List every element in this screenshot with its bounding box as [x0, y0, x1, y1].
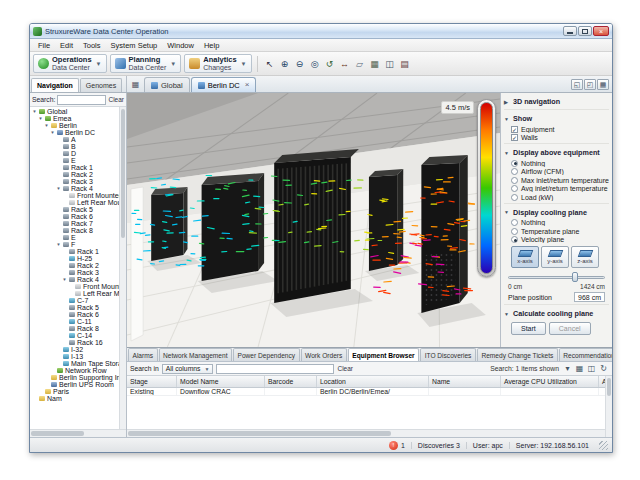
tab-network-management[interactable]: Network Management	[159, 348, 233, 361]
sidebar-tab-navigation[interactable]: Navigation	[31, 78, 79, 92]
radio-nothing[interactable]: Nothing	[504, 218, 609, 227]
zoom-out-tool-icon[interactable]: ⊖	[293, 57, 307, 71]
tree-item-rack-8[interactable]: Rack 8	[30, 227, 119, 234]
tree-item-berlin-supporting-infrastru[interactable]: Berlin Supporting Infrastru	[30, 374, 119, 381]
clear-search-button[interactable]: Clear	[108, 96, 124, 103]
perspective-analytics[interactable]: AnalyticsChanges▼	[184, 54, 251, 73]
tree-item-rack-3[interactable]: Rack 3	[30, 269, 119, 276]
radio-avg-inlet-return-temperature[interactable]: Avg inlet/return temperature	[504, 184, 609, 193]
tree-item-rack-1[interactable]: Rack 1	[30, 248, 119, 255]
maximize-editor-icon[interactable]: ◰	[584, 79, 596, 90]
tree-item-c-7[interactable]: C-7	[30, 297, 119, 304]
tree-item-berlin-dc[interactable]: ▼Berlin DC	[30, 129, 119, 136]
tree-item-i-32[interactable]: I-32	[30, 346, 119, 353]
slider-thumb[interactable]	[572, 272, 578, 282]
tree-item-i-13[interactable]: I-13	[30, 353, 119, 360]
refresh-icon[interactable]: ↻	[598, 363, 609, 374]
tree-item-rack-2[interactable]: Rack 2	[30, 171, 119, 178]
restore-layout-icon[interactable]: ◱	[571, 79, 583, 90]
table-search-input[interactable]	[216, 364, 334, 374]
cancel-button[interactable]: Cancel	[549, 322, 591, 335]
column-header-location[interactable]: Location	[317, 376, 429, 387]
plane-position-slider[interactable]	[508, 272, 605, 282]
tree-item-rack-2[interactable]: Rack 2	[30, 262, 119, 269]
start-button[interactable]: Start	[511, 322, 546, 335]
3d-viewport[interactable]: 4.5 m/s	[127, 93, 500, 347]
tree-item-front-mounted[interactable]: Front Mounted	[30, 283, 119, 290]
resize-grip[interactable]	[599, 441, 608, 450]
tree-item-b[interactable]: B	[30, 143, 119, 150]
view-menu-icon[interactable]: ▦	[129, 78, 142, 91]
layers-tool-icon[interactable]: ▱	[353, 57, 367, 71]
tree-item-rack-4[interactable]: ▼Rack 4	[30, 185, 119, 192]
tree-item-rack-6[interactable]: Rack 6	[30, 311, 119, 318]
sidebar-vscrollbar[interactable]	[119, 107, 126, 429]
layout-options-icon[interactable]: ▦	[597, 79, 609, 90]
tree-item-rack-6[interactable]: Rack 6	[30, 213, 119, 220]
z-axis-button[interactable]: z-axis	[571, 246, 599, 268]
menu-window[interactable]: Window	[163, 40, 198, 51]
tree-item-d[interactable]: D	[30, 150, 119, 157]
radio-load-kw[interactable]: Load (kW)	[504, 192, 609, 201]
tree-item-rack-1[interactable]: Rack 1	[30, 164, 119, 171]
tab-recommendation[interactable]: Recommendation	[559, 348, 612, 361]
table-row[interactable]: ExistingDownflow CRACBerlin DC/Berlin/Em…	[127, 388, 605, 396]
tree-item-f[interactable]: ▼F	[30, 241, 119, 248]
section-header-display-above[interactable]: ▼ Display above equipment	[504, 146, 609, 158]
menu-file[interactable]: File	[34, 40, 54, 51]
tab-work-orders[interactable]: Work Orders	[301, 348, 347, 361]
tree-item-rack-8[interactable]: Rack 8	[30, 325, 119, 332]
close-tab-icon[interactable]: ×	[245, 81, 250, 89]
perspective-planning[interactable]: PlanningData Center▼	[110, 54, 182, 73]
column-header-barcode[interactable]: Barcode	[265, 376, 317, 387]
tree-item-berlin[interactable]: ▼Berlin	[30, 122, 119, 129]
discoveries-status[interactable]: Discoveries 3	[411, 442, 466, 449]
tree-item-h-25[interactable]: H-25	[30, 255, 119, 262]
columns-icon[interactable]: ▦	[574, 363, 585, 374]
tree-item-main-tape-storage[interactable]: Main Tape Storage	[30, 360, 119, 367]
tree-item-emea[interactable]: ▼Emea	[30, 115, 119, 122]
tab-global[interactable]: Global	[144, 77, 190, 92]
search-column-select[interactable]: All columns ▼	[162, 364, 214, 374]
zoom-in-tool-icon[interactable]: ⊕	[278, 57, 292, 71]
tree-item-e[interactable]: E	[30, 157, 119, 164]
menu-help[interactable]: Help	[200, 40, 223, 51]
menu-edit[interactable]: Edit	[56, 40, 77, 51]
menu-tools[interactable]: Tools	[79, 40, 105, 51]
column-header-name[interactable]: Name	[429, 376, 501, 387]
tab-alarms[interactable]: Alarms	[128, 348, 158, 361]
pan-tool-icon[interactable]: ↔	[338, 57, 352, 71]
section-header-show[interactable]: ▼ Show	[504, 112, 609, 124]
tree-item-left-rear-moun[interactable]: Left Rear Moun	[30, 290, 119, 297]
column-header-stage[interactable]: Stage	[127, 376, 177, 387]
select-tool-icon[interactable]: ↖	[263, 57, 277, 71]
titlebar[interactable]: StruxureWare Data Center Operation ×	[30, 24, 612, 39]
tree-item-rack-3[interactable]: Rack 3	[30, 178, 119, 185]
tree-item-rack-16[interactable]: Rack 16	[30, 339, 119, 346]
table-vscrollbar[interactable]	[605, 376, 612, 437]
radio-nothing[interactable]: Nothing	[504, 158, 609, 167]
section-header-cooling-plane[interactable]: ▼ Display cooling plane	[504, 206, 609, 218]
perspective-operations[interactable]: OperationsData Center▼	[33, 54, 107, 73]
radio-temperature-plane[interactable]: Temperature plane	[504, 226, 609, 235]
checkbox-equipment[interactable]: ✓Equipment	[504, 124, 609, 133]
tree-item-global[interactable]: ▼Global	[30, 108, 119, 115]
tree-item-c-11[interactable]: C-11	[30, 318, 119, 325]
menu-system-setup[interactable]: System Setup	[107, 40, 162, 51]
capture-tool-icon[interactable]: ◫	[383, 57, 397, 71]
error-status[interactable]: ! 1	[383, 441, 411, 450]
tree-item-front-mounted[interactable]: Front Mounted	[30, 192, 119, 199]
radio-velocity-plane[interactable]: Velocity plane	[504, 235, 609, 244]
slider-track[interactable]	[508, 276, 605, 279]
maximize-button[interactable]	[578, 26, 592, 36]
tree-item-e[interactable]: E	[30, 234, 119, 241]
tree-item-a[interactable]: A	[30, 136, 119, 143]
tree-item-rack-5[interactable]: Rack 5	[30, 206, 119, 213]
column-header-model-name[interactable]: Model Name	[177, 376, 265, 387]
filter-icon[interactable]: ▾	[562, 363, 573, 374]
radio-max-inlet-return-temperature[interactable]: Max inlet/return temperature	[504, 175, 609, 184]
radio-airflow-cfm[interactable]: Airflow (CFM)	[504, 167, 609, 176]
checkbox-walls[interactable]: ✓Walls	[504, 133, 609, 142]
tree-item-network-row[interactable]: Network Row	[30, 367, 119, 374]
sidebar-hscrollbar[interactable]	[30, 429, 126, 437]
